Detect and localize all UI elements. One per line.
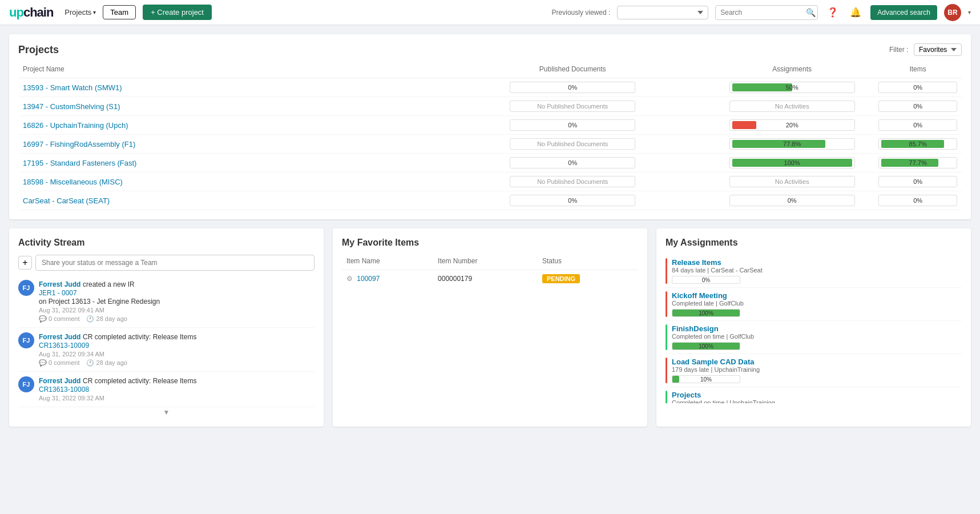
assignments-panel: My Assignments Release Items84 days late… (656, 228, 971, 427)
table-row: 17195 - Standard Fasteners (Fast)0%100%7… (18, 154, 962, 172)
activity-meta: 💬 0 comment🕐 28 day ago (39, 359, 314, 367)
pub-docs-cell: 0% (435, 78, 710, 97)
activity-ref[interactable]: CR13613-10008 (39, 386, 89, 393)
activity-scroll[interactable]: FJ Forrest Judd created a new IR JER1 - … (18, 275, 314, 417)
fav-row: ⚙ 100097 000000179 PENDING (342, 270, 638, 288)
project-link[interactable]: 16997 - FishingRodAssembly (F1) (23, 140, 135, 148)
filter-select[interactable]: Favorites (914, 43, 962, 56)
team-button[interactable]: Team (103, 5, 136, 19)
avatar[interactable]: BR (944, 4, 961, 21)
fav-col-name: Item Name (342, 255, 433, 270)
progress-label: 0% (879, 103, 957, 110)
projects-chevron-icon: ▾ (93, 9, 96, 15)
notification-icon[interactable]: 🔔 (848, 5, 864, 20)
project-link[interactable]: 18598 - Miscellaneous (MISC) (23, 178, 123, 186)
logo[interactable]: upchain (9, 5, 53, 20)
search-icon[interactable]: 🔍 (806, 8, 816, 17)
assignment-name[interactable]: Kickoff Meeting (672, 291, 962, 300)
no-published-docs: No Published Documents (510, 101, 635, 112)
assignment-name[interactable]: Load Sample CAD Data (672, 358, 962, 366)
header: upchain Projects ▾ Team + Create project… (0, 0, 980, 25)
project-link[interactable]: 13593 - Smart Watch (SMW1) (23, 83, 122, 92)
fav-col-status: Status (538, 255, 638, 270)
progress-bar-container: 0% (510, 119, 635, 131)
no-activities: No Activities (729, 101, 855, 112)
progress-label: 0% (730, 197, 854, 204)
progress-label: 0% (879, 178, 957, 185)
search-input[interactable] (720, 9, 806, 17)
project-link[interactable]: 13947 - CustomShelving (S1) (23, 102, 120, 111)
assignments-cell: 0% (710, 191, 874, 210)
fav-item-link[interactable]: 100097 (357, 275, 380, 283)
progress-bar-container: 0% (510, 195, 635, 206)
pub-docs-cell: No Published Documents (435, 135, 710, 154)
activity-content: Forrest Judd CR completed activity: Rele… (39, 376, 314, 402)
prev-viewed-label: Previously viewed : (552, 9, 611, 17)
activity-user[interactable]: Forrest Judd (39, 333, 80, 341)
assignments-scroll[interactable]: Release Items84 days late | CarSeat - Ca… (666, 255, 962, 403)
no-activities: No Activities (729, 176, 855, 187)
activity-user[interactable]: Forrest Judd (39, 377, 80, 385)
assignment-sub: 84 days late | CarSeat - CarSeat (672, 267, 962, 274)
activity-item: FJ Forrest Judd CR completed activity: R… (18, 372, 314, 407)
assignment-sub: Completed late | GolfClub (672, 300, 962, 307)
progress-bar-container: 77.7% (878, 157, 957, 168)
assignment-name[interactable]: Release Items (672, 258, 962, 267)
help-icon[interactable]: ❓ (825, 5, 841, 20)
progress-bar-container: 0% (878, 119, 957, 131)
create-project-button[interactable]: + Create project (143, 5, 212, 20)
filter-container: Filter : Favorites (889, 43, 962, 56)
progress-bar-container: 0% (878, 82, 957, 93)
nav-projects[interactable]: Projects ▾ (64, 8, 96, 17)
assignment-item: Release Items84 days late | CarSeat - Ca… (666, 255, 962, 288)
project-link[interactable]: CarSeat - CarSeat (SEAT) (23, 196, 110, 205)
project-name-cell: 16997 - FishingRodAssembly (F1) (18, 135, 435, 154)
col-pub-docs: Published Documents (435, 63, 710, 78)
progress-label: 77.7% (879, 159, 957, 166)
activity-user[interactable]: Forrest Judd (39, 280, 80, 288)
progress-bar-container: 20% (729, 119, 855, 131)
col-assignments: Assignments (710, 63, 874, 78)
activity-add-button[interactable]: + (18, 256, 32, 270)
assignment-row: Load Sample CAD Data179 days late | Upch… (666, 358, 962, 383)
comment-count: 💬 0 comment (39, 315, 79, 323)
activity-action: CR completed activity: Release Items (83, 377, 196, 385)
project-name-cell: 17195 - Standard Fasteners (Fast) (18, 154, 435, 172)
assignment-indicator (666, 358, 667, 383)
assignment-info: ProjectsCompleted on time | UpchainTrain… (672, 391, 962, 403)
project-link[interactable]: 17195 - Standard Fasteners (Fast) (23, 159, 136, 167)
prev-viewed-select[interactable] (617, 6, 708, 19)
assignments-cell: 50% (710, 78, 874, 97)
progress-label: 50% (730, 84, 854, 91)
activity-input[interactable] (35, 255, 314, 271)
assignment-indicator (666, 324, 667, 350)
activity-ref[interactable]: CR13613-10009 (39, 342, 89, 350)
assignment-indicator (666, 258, 667, 284)
assignment-bar-label: 0% (672, 276, 740, 284)
bottom-panels: Activity Stream + FJ Forrest Judd create… (9, 228, 971, 427)
progress-bar-container: 0% (510, 157, 635, 168)
advanced-search-button[interactable]: Advanced search (870, 5, 937, 20)
activity-ref[interactable]: JER1 - 0007 (39, 289, 77, 297)
table-row: 16826 - UpchainTraining (Upch)0%20%0% (18, 116, 962, 135)
progress-bar-container: 50% (729, 82, 855, 93)
assignments-cell: 77.8% (710, 135, 874, 154)
assignment-info: Kickoff MeetingCompleted late | GolfClub… (672, 291, 962, 317)
activity-input-row: + (18, 255, 314, 271)
col-items: Items (874, 63, 962, 78)
project-link[interactable]: 16826 - UpchainTraining (Upch) (23, 121, 128, 130)
progress-label: 0% (879, 122, 957, 128)
scroll-down-icon[interactable]: ▼ (18, 407, 314, 417)
assignment-sub: 179 days late | UpchainTraining (672, 366, 962, 373)
activity-project: on Project 13613 - Jet Engine Redesign (39, 298, 160, 306)
assignment-name[interactable]: FinishDesign (672, 324, 962, 333)
progress-bar-container: 0% (510, 82, 635, 93)
avatar-chevron-icon[interactable]: ▾ (968, 9, 971, 15)
progress-bar-container: 85.7% (878, 138, 957, 150)
progress-label: 0% (879, 197, 957, 204)
items-cell: 85.7% (874, 135, 962, 154)
table-row: 13947 - CustomShelving (S1)No Published … (18, 97, 962, 116)
assignment-name[interactable]: Projects (672, 391, 962, 399)
no-published-docs: No Published Documents (510, 138, 635, 150)
favorite-items-table: Item Name Item Number Status ⚙ 100097 00… (342, 255, 638, 287)
